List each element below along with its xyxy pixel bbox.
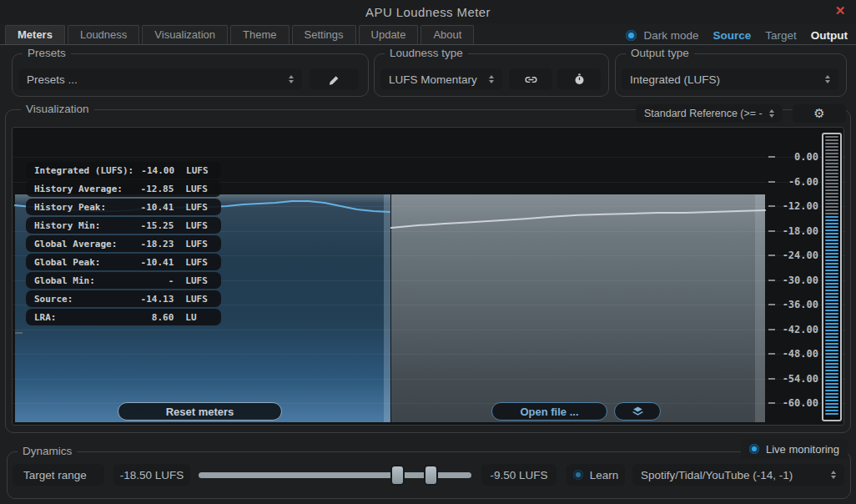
current-value-tick — [15, 332, 23, 334]
dark-mode-label: Dark mode — [643, 29, 698, 42]
axis-tick-label: -48.00 — [760, 348, 818, 360]
meter-segment — [825, 223, 838, 224]
meter-segment — [825, 206, 838, 208]
range-max-value: -9.50 LUFS — [481, 464, 556, 486]
stat-unit: LUFS — [185, 275, 213, 286]
meter-segment — [825, 246, 838, 248]
meter-segment — [825, 193, 838, 194]
meter-segment — [825, 393, 838, 395]
dark-mode-toggle-icon[interactable] — [626, 30, 637, 41]
stat-label: History Peak: — [34, 202, 132, 213]
spinner-icon — [818, 75, 830, 83]
meter-segment — [825, 186, 838, 188]
tabbar-right-cluster: Dark mode Source Target Output — [626, 29, 848, 42]
link-channels-button[interactable] — [509, 68, 552, 90]
stat-row: Global Average:-18.23LUFS — [26, 235, 221, 252]
axis-tick-label: -6.00 — [760, 176, 818, 188]
spinner-icon — [482, 75, 494, 83]
learn-toggle[interactable]: Learn — [566, 464, 625, 486]
slider-handle-min[interactable] — [390, 465, 405, 486]
meter-segment — [825, 239, 838, 241]
tab-update[interactable]: Update — [359, 25, 419, 44]
visualization-settings-button[interactable]: ⚙ — [793, 104, 846, 123]
meter-segment — [825, 350, 838, 351]
meter-segment — [825, 243, 838, 244]
presets-select[interactable]: Presets ... — [18, 68, 302, 90]
meter-segment — [825, 179, 838, 181]
meter-segment — [825, 326, 838, 328]
stat-row: Global Min:-LUFS — [26, 272, 221, 289]
layers-button[interactable] — [614, 402, 661, 421]
meter-segment — [825, 346, 838, 348]
dark-mode-toggle[interactable]: Dark mode — [626, 29, 698, 42]
dynamics-preset-select[interactable]: Spotify/Tidal/YouTube (-14, -1) — [632, 464, 844, 486]
meter-segment — [825, 143, 838, 144]
meter-segment — [825, 390, 838, 391]
meter-segment — [825, 176, 838, 178]
meter-segment — [825, 283, 838, 285]
meter-segment — [825, 303, 838, 305]
meter-segment — [825, 199, 838, 201]
meter-segment — [825, 310, 838, 311]
axis-tick-label: 0.00 — [760, 151, 818, 163]
meter-segment — [825, 296, 838, 298]
layers-icon — [631, 405, 645, 419]
meter-segment — [825, 343, 838, 345]
stat-unit: LUFS — [185, 202, 213, 213]
loudness-type-legend: Loudness type — [385, 47, 468, 59]
reference-select[interactable]: Standard Reference (>= -60) — [636, 104, 783, 123]
stat-unit: LUFS — [186, 165, 213, 176]
axis-tick-label: -36.00 — [760, 299, 818, 310]
meter-segment — [825, 273, 838, 275]
stat-label: Integrated (LUFS): — [34, 165, 133, 176]
stat-row: History Min:-15.25LUFS — [26, 217, 221, 234]
meter-segment — [825, 253, 838, 255]
meter-segment — [825, 233, 838, 234]
meter-segment — [825, 370, 838, 371]
live-monitoring-toggle-icon[interactable] — [749, 444, 759, 454]
stat-unit: LU — [185, 312, 213, 323]
meter-segment — [825, 236, 838, 238]
view-link-output[interactable]: Output — [811, 29, 848, 42]
meter-segment — [825, 340, 838, 341]
meter-segment — [825, 323, 838, 325]
loudness-type-select[interactable]: LUFS Momentary — [380, 68, 502, 90]
tab-settings[interactable]: Settings — [292, 25, 356, 44]
learn-label: Learn — [590, 469, 619, 481]
target-range-slider[interactable] — [199, 464, 471, 486]
slider-handle-max[interactable] — [424, 465, 438, 486]
tab-loudness[interactable]: Loudness — [68, 25, 139, 44]
live-monitoring-toggle[interactable]: Live monitoring — [741, 439, 848, 459]
meter-segment — [825, 249, 838, 251]
tab-visualization[interactable]: Visualization — [142, 25, 228, 44]
axis-tick-label: -30.00 — [760, 275, 818, 286]
open-file-button[interactable]: Open file ... — [491, 402, 607, 421]
stat-label: Source: — [34, 294, 132, 305]
meter-segment — [825, 276, 838, 278]
stat-value: -15.25 — [132, 220, 174, 231]
tab-about[interactable]: About — [420, 25, 474, 44]
tab-meters[interactable]: Meters — [5, 25, 65, 44]
view-link-source[interactable]: Source — [712, 29, 751, 42]
reference-select-value: Standard Reference (>= -60) — [644, 108, 763, 119]
tab-theme[interactable]: Theme — [230, 25, 289, 44]
stat-row: Global Peak:-10.41LUFS — [26, 254, 221, 270]
meter-segment — [825, 173, 838, 174]
meter-segment — [825, 286, 838, 288]
edit-preset-button[interactable] — [310, 68, 359, 90]
axis-tick-label: -12.00 — [760, 200, 818, 212]
meter-segment — [825, 396, 838, 398]
learn-toggle-icon[interactable] — [573, 470, 583, 480]
reset-meters-button[interactable]: Reset meters — [118, 402, 282, 421]
momentary-window-button[interactable] — [557, 68, 601, 90]
stat-unit: LUFS — [185, 239, 213, 249]
tab-bar: MetersLoudnessVisualizationThemeSettings… — [0, 23, 856, 45]
tab-strip: MetersLoudnessVisualizationThemeSettings… — [5, 25, 476, 44]
meter-segment — [825, 183, 838, 184]
output-type-select[interactable]: Integrated (LUFS) — [622, 68, 838, 90]
dynamics-legend: Dynamics — [18, 445, 77, 457]
view-link-target[interactable]: Target — [765, 29, 797, 42]
meter-segment — [825, 410, 838, 411]
close-icon[interactable]: ✕ — [833, 3, 848, 18]
meter-segment — [825, 406, 838, 408]
